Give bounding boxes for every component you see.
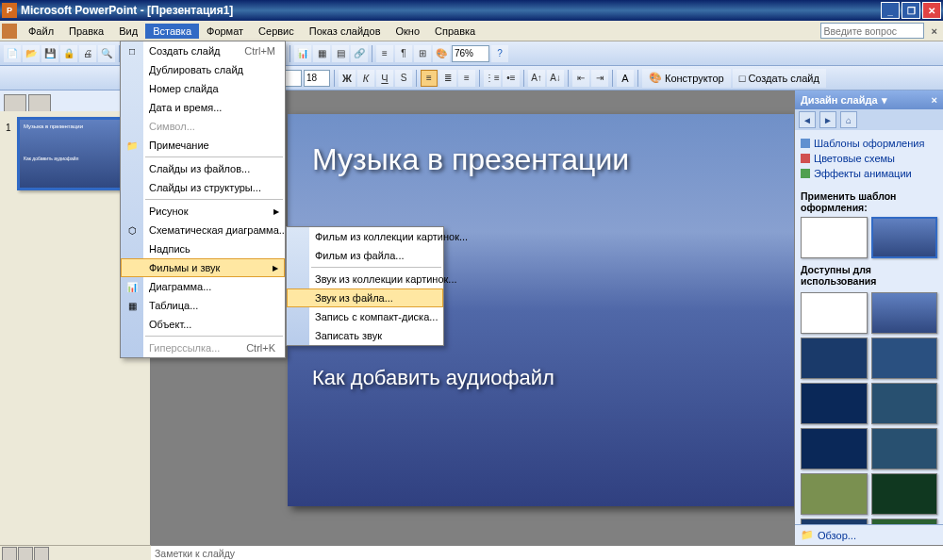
bullets-icon[interactable]: •≡ [503, 70, 520, 87]
notes-pane[interactable]: Заметки к слайду [151, 545, 943, 560]
mi-new-slide[interactable]: □Создать слайдCtrl+M [121, 41, 285, 60]
mi-movie-clipart[interactable]: Фильм из коллекции картинок... [287, 227, 443, 246]
slide-thumbnail[interactable]: Музыка в презентации Как добавить аудиоф… [17, 117, 130, 190]
template-item[interactable] [801, 338, 868, 379]
mi-movies-sound[interactable]: Фильмы и звук▶ [121, 258, 285, 277]
maximize-button[interactable]: ❐ [902, 2, 920, 19]
close-doc-button[interactable]: × [928, 25, 941, 37]
template-item[interactable] [871, 473, 938, 515]
save-icon[interactable]: 💾 [41, 45, 58, 62]
outline-tab[interactable] [4, 94, 26, 111]
mi-picture[interactable]: Рисунок▶ [121, 202, 285, 221]
numbering-icon[interactable]: ⋮≡ [484, 70, 501, 87]
template-item[interactable] [801, 292, 868, 334]
menu-format[interactable]: Формат [199, 24, 251, 39]
mi-slides-from-outline[interactable]: Слайды из структуры... [121, 178, 285, 197]
mi-slides-from-files[interactable]: Слайды из файлов... [121, 159, 285, 178]
zoom-input[interactable] [452, 45, 489, 62]
fontsize-select[interactable] [304, 70, 330, 87]
template-item[interactable] [871, 428, 938, 469]
color-schemes-link[interactable]: Цветовые схемы [801, 151, 937, 166]
titlebar: P Microsoft PowerPoint - [Презентация1] … [0, 0, 943, 21]
align-right-icon[interactable]: ≡ [458, 70, 475, 87]
template-item[interactable] [801, 217, 868, 258]
ask-question-input[interactable] [820, 23, 924, 39]
mi-table[interactable]: ▦Таблица... [121, 296, 285, 315]
mi-comment[interactable]: 📁Примечание [121, 136, 285, 155]
help-icon[interactable]: ? [491, 45, 508, 62]
taskpane-close-icon[interactable]: × [932, 94, 937, 106]
new-slide-button[interactable]: □Создать слайд [733, 69, 826, 88]
close-button[interactable]: ✕ [922, 2, 941, 19]
decrease-indent-icon[interactable]: ⇤ [572, 70, 589, 87]
mi-movie-file[interactable]: Фильм из файла... [287, 246, 443, 265]
menu-slideshow[interactable]: Показ слайдов [302, 24, 389, 39]
align-center-icon[interactable]: ≣ [439, 70, 456, 87]
menu-edit[interactable]: Правка [61, 24, 111, 39]
color-icon[interactable]: 🎨 [433, 45, 450, 62]
slide-subtitle[interactable]: Как добавить аудиофайл [312, 366, 791, 390]
mi-cd-audio[interactable]: Запись с компакт-диска... [287, 307, 443, 326]
templates-link[interactable]: Шаблоны оформления [801, 136, 937, 151]
table-icon[interactable]: ▦ [313, 45, 330, 62]
mi-date-time[interactable]: Дата и время... [121, 98, 285, 117]
animation-effects-link[interactable]: Эффекты анимации [801, 166, 937, 181]
menu-window[interactable]: Окно [389, 24, 428, 39]
decrease-font-icon[interactable]: A↓ [547, 70, 564, 87]
menu-help[interactable]: Справка [427, 24, 483, 39]
open-icon[interactable]: 📂 [23, 45, 40, 62]
tables-borders-icon[interactable]: ▤ [332, 45, 349, 62]
hyperlink-icon[interactable]: 🔗 [351, 45, 368, 62]
menu-view[interactable]: Вид [111, 24, 145, 39]
mi-record-sound[interactable]: Записать звук [287, 326, 443, 345]
back-icon[interactable]: ◄ [799, 111, 816, 128]
template-item[interactable] [801, 473, 868, 515]
menu-tools[interactable]: Сервис [251, 24, 302, 39]
mi-symbol[interactable]: Символ... [121, 117, 285, 136]
align-left-icon[interactable]: ≡ [421, 70, 438, 87]
slide-title[interactable]: Музыка в презентации [312, 142, 791, 177]
new-icon[interactable]: 📄 [4, 45, 21, 62]
mi-slide-number[interactable]: Номер слайда [121, 79, 285, 98]
mi-sound-file[interactable]: Звук из файла... [287, 288, 443, 307]
template-item[interactable] [871, 217, 938, 258]
template-item[interactable] [871, 383, 938, 424]
menu-file[interactable]: Файл [21, 24, 61, 39]
mi-textbox[interactable]: Надпись [121, 239, 285, 258]
print-icon[interactable]: 🖨 [79, 45, 96, 62]
underline-icon[interactable]: Ч [376, 70, 393, 87]
shadow-icon[interactable]: S [395, 70, 412, 87]
mi-diagram[interactable]: ⬡Схематическая диаграмма... [121, 221, 285, 239]
mi-chart[interactable]: 📊Диаграмма... [121, 277, 285, 296]
normal-view-icon[interactable] [2, 547, 17, 560]
grid-icon[interactable]: ⊞ [414, 45, 431, 62]
mi-hyperlink[interactable]: Гиперссылка...Ctrl+K [121, 338, 285, 357]
preview-icon[interactable]: 🔍 [98, 45, 115, 62]
expand-icon[interactable]: ≡ [376, 45, 393, 62]
slides-tab[interactable] [28, 94, 51, 111]
mi-duplicate-slide[interactable]: Дублировать слайд [121, 60, 285, 79]
mi-sound-clipart[interactable]: Звук из коллекции картинок... [287, 270, 443, 288]
template-item[interactable] [801, 428, 868, 469]
show-formatting-icon[interactable]: ¶ [395, 45, 412, 62]
slideshow-view-icon[interactable] [34, 547, 49, 560]
increase-font-icon[interactable]: A↑ [528, 70, 545, 87]
template-item[interactable] [871, 338, 938, 379]
permission-icon[interactable]: 🔒 [60, 45, 77, 62]
template-item[interactable] [801, 383, 868, 424]
design-button[interactable]: 🎨Конструктор [642, 69, 731, 88]
chart-icon[interactable]: 📊 [294, 45, 311, 62]
increase-indent-icon[interactable]: ⇥ [591, 70, 608, 87]
font-color-icon[interactable]: A [617, 70, 634, 87]
template-item[interactable] [871, 292, 938, 334]
minimize-button[interactable]: _ [881, 2, 900, 19]
forward-icon[interactable]: ► [819, 111, 836, 128]
sorter-view-icon[interactable] [18, 547, 33, 560]
home-icon[interactable]: ⌂ [840, 111, 857, 128]
menu-insert[interactable]: Вставка [145, 24, 199, 39]
bold-icon[interactable]: Ж [339, 70, 356, 87]
mi-object[interactable]: Объект... [121, 315, 285, 334]
italic-icon[interactable]: К [357, 70, 374, 87]
browse-link[interactable]: 📁Обзор... [795, 524, 943, 545]
taskpane-dropdown-icon[interactable]: ▾ [882, 94, 887, 107]
